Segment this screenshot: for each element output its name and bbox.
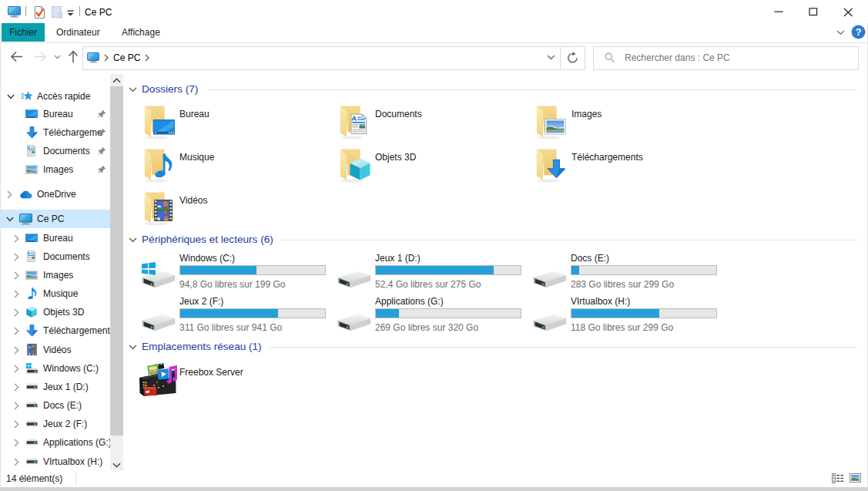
svg-text:?: ? [856,27,862,38]
